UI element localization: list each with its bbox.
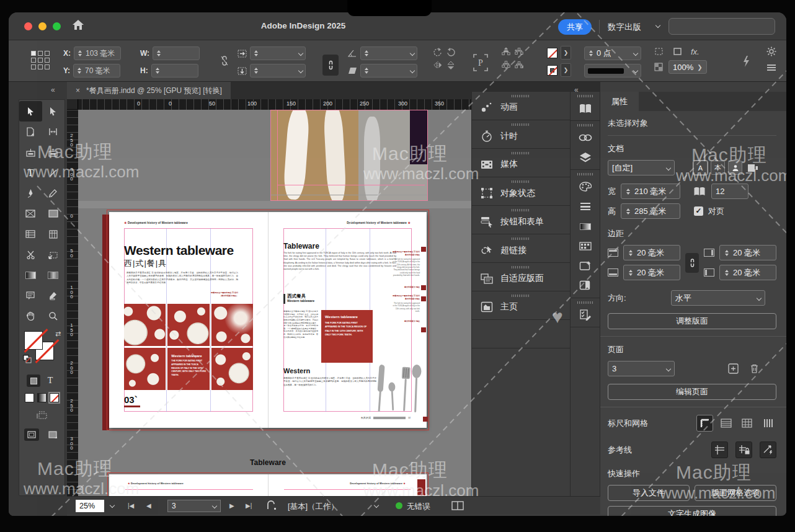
tool-selection[interactable] <box>19 101 42 122</box>
apply-none-button[interactable] <box>50 393 59 402</box>
document-preset-dropdown[interactable]: [自定] <box>608 160 675 175</box>
close-window-button[interactable] <box>24 22 32 30</box>
tool-pencil[interactable] <box>42 183 65 203</box>
first-page-button[interactable]: |◀ <box>128 502 134 509</box>
current-page-dropdown[interactable]: 3 <box>608 361 675 376</box>
shear-field[interactable] <box>360 64 417 78</box>
constrain-proportions-icon[interactable] <box>220 55 229 66</box>
corner-options-icon[interactable] <box>654 47 664 56</box>
gear-icon[interactable] <box>766 47 776 56</box>
select-next-object-icon[interactable] <box>514 47 524 56</box>
home-icon[interactable] <box>72 19 84 31</box>
maximize-window-button[interactable] <box>53 22 61 30</box>
pull-quote-box[interactable]: Western tableware THE FORK FOR EATING FI… <box>321 310 373 363</box>
scale-y-field[interactable] <box>250 64 306 78</box>
select-container-button[interactable]: P <box>473 53 489 72</box>
delete-page-icon[interactable] <box>750 363 759 374</box>
tool-zoom[interactable] <box>42 306 65 326</box>
page-number-dropdown[interactable]: 3 <box>167 500 221 512</box>
default-fill-stroke-icon[interactable] <box>23 355 32 363</box>
screen-mode-preview-button[interactable] <box>45 428 60 441</box>
last-page-button[interactable]: ▶| <box>246 502 252 509</box>
swap-fill-stroke-icon[interactable]: ⇄ <box>55 330 61 338</box>
ruler-origin-corner[interactable] <box>67 99 78 110</box>
panel-button-media[interactable]: 媒体 <box>472 149 570 177</box>
view-options-icon[interactable] <box>37 411 48 420</box>
link-scale-button[interactable] <box>322 55 339 76</box>
apply-gradient-button[interactable] <box>37 393 47 402</box>
drag-grip[interactable] <box>512 295 530 297</box>
lock-guides-button[interactable] <box>735 441 752 458</box>
flip-vertical-icon[interactable] <box>446 60 456 70</box>
layout-direction-cjk-button[interactable]: 本 <box>711 161 725 175</box>
opacity-field[interactable]: 100%❯ <box>668 60 707 74</box>
text-to-image-button[interactable]: 文字生成图像 <box>608 506 776 516</box>
tool-gradient[interactable] <box>19 265 42 285</box>
next-page-button[interactable]: ▶ <box>229 502 234 509</box>
tool-rectangle[interactable] <box>42 203 65 224</box>
tool-gap[interactable] <box>42 122 65 142</box>
apply-color-button[interactable] <box>25 393 34 402</box>
quick-apply-icon[interactable] <box>742 55 750 68</box>
show-guides-button[interactable] <box>711 441 728 458</box>
add-page-icon[interactable] <box>728 363 739 374</box>
import-file-button[interactable]: 导入文件 <box>608 485 690 501</box>
tab-properties[interactable]: 属性 <box>600 92 639 111</box>
tool-note[interactable] <box>19 285 42 306</box>
panel-button-animation[interactable]: 动画 <box>472 92 570 120</box>
frame-shape-icon[interactable] <box>672 47 682 56</box>
previous-page-button[interactable]: ◀ <box>146 502 151 509</box>
minimize-window-button[interactable] <box>38 22 47 30</box>
scale-x-field[interactable] <box>250 47 306 60</box>
layout-direction-a-button[interactable]: A <box>693 161 708 175</box>
select-content-icon[interactable] <box>501 60 511 70</box>
height-field[interactable]: 285 毫米 <box>621 203 680 219</box>
previous-spread-image[interactable] <box>270 110 428 201</box>
color-themes-panel-icon[interactable] <box>571 236 600 256</box>
tool-line[interactable] <box>42 162 65 183</box>
tool-type[interactable]: T <box>19 162 42 183</box>
direction-dropdown[interactable]: 水平 <box>671 290 765 306</box>
rotate-ccw-icon[interactable] <box>446 47 456 56</box>
preflight-panel-icon[interactable] <box>571 305 600 325</box>
plate-tile[interactable] <box>211 348 253 390</box>
panel-button-master-pages[interactable]: 主页 <box>472 291 570 320</box>
panel-button-timing[interactable]: 计时 <box>472 120 570 149</box>
drag-grip[interactable] <box>512 95 530 97</box>
layout-grid-options-button[interactable]: 版面网格选项 <box>695 485 776 501</box>
layers-panel-icon[interactable] <box>571 148 600 167</box>
tool-hand[interactable] <box>19 306 42 326</box>
toolbar-fill-swatch[interactable] <box>24 331 43 350</box>
pasteboard-label[interactable]: Tableware <box>109 458 427 467</box>
close-tab-icon[interactable]: × <box>76 86 80 95</box>
image-tile-grid[interactable]: Western tableware THE FORK FOR EATING FI… <box>124 304 253 390</box>
collapse-panels-icon[interactable]: « <box>574 86 579 94</box>
rotation-field[interactable] <box>360 47 417 60</box>
h-field[interactable] <box>151 64 198 78</box>
width-field[interactable]: 210 毫米 <box>621 184 680 199</box>
zoom-level-field[interactable]: 25% <box>76 500 104 512</box>
drag-grip[interactable] <box>512 180 530 183</box>
drag-grip[interactable] <box>512 237 530 240</box>
page-count-field[interactable]: 12 <box>711 184 748 199</box>
bookmarks-panel-icon[interactable] <box>571 276 600 296</box>
formatting-affects-text-button[interactable]: T <box>43 375 57 387</box>
fill-color-swatch[interactable] <box>547 48 557 58</box>
page-4[interactable]: Development history of Western tableware… <box>268 212 427 428</box>
effects-fx-label[interactable]: fx. <box>691 47 700 56</box>
tool-gradient-feather[interactable] <box>42 265 65 285</box>
reference-point-proxy[interactable] <box>31 51 50 69</box>
page-3[interactable]: ★ Development history of Western tablewa… <box>109 212 268 428</box>
document-grid-button[interactable] <box>739 415 755 432</box>
adjust-layout-button[interactable]: 调整版面 <box>608 313 776 329</box>
select-parent-icon[interactable] <box>514 60 524 70</box>
formatting-affects-container-button[interactable] <box>27 375 40 387</box>
layout-person-button[interactable] <box>728 161 742 175</box>
flip-horizontal-icon[interactable] <box>433 60 443 70</box>
drag-grip[interactable] <box>512 152 530 154</box>
panel-menu-icon[interactable] <box>766 63 776 73</box>
show-rulers-button[interactable] <box>696 415 713 432</box>
gradient-panel-icon[interactable] <box>571 216 600 236</box>
fill-options-button[interactable]: ❯ <box>561 46 571 60</box>
baseline-grid-button[interactable] <box>717 415 734 432</box>
